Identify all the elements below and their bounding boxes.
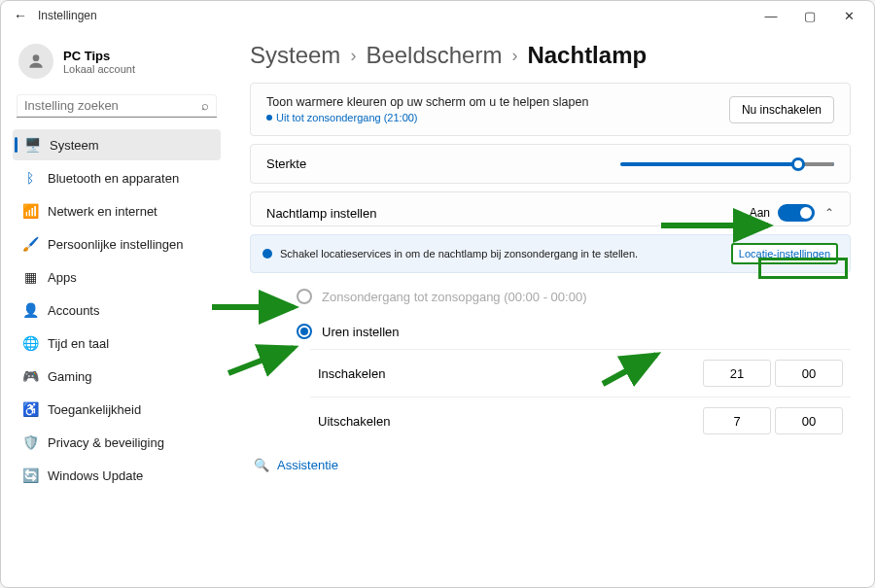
slider-thumb[interactable]: [791, 157, 805, 171]
strength-label: Sterkte: [266, 156, 620, 171]
wifi-icon: 📶: [22, 203, 38, 219]
toggle-state-label: Aan: [750, 206, 770, 220]
bluetooth-icon: ᛒ: [22, 170, 38, 186]
svg-point-0: [33, 54, 40, 61]
sidebar-item-apps[interactable]: ▦Apps: [13, 261, 221, 293]
location-info-banner: Schakel locatieservices in om de nachtla…: [250, 234, 851, 273]
chevron-right-icon: ›: [350, 46, 356, 66]
account-name: PC Tips: [63, 49, 135, 63]
radio-sunset: Zonsondergang tot zonsopgang (00:00 - 00…: [289, 279, 851, 314]
turn-off-hour[interactable]: 7: [703, 407, 771, 434]
radio-icon: [297, 324, 312, 339]
assistance-label: Assistentie: [277, 458, 338, 472]
sidebar-item-label: Toegankelijkheid: [48, 402, 141, 417]
update-icon: 🔄: [22, 467, 38, 483]
search-input[interactable]: [24, 98, 201, 113]
sidebar-item-netwerk[interactable]: 📶Netwerk en internet: [13, 195, 221, 226]
accounts-icon: 👤: [22, 302, 38, 318]
strength-slider[interactable]: [620, 162, 834, 166]
gaming-icon: 🎮: [22, 368, 38, 384]
radio-hours-label: Uren instellen: [322, 325, 400, 339]
description-card: Toon warmere kleuren op uw scherm om u t…: [250, 83, 851, 136]
search-icon: ⌕: [201, 98, 209, 113]
turn-off-minute[interactable]: 00: [775, 407, 843, 434]
system-icon: 🖥️: [24, 137, 40, 153]
sidebar-item-label: Apps: [48, 270, 77, 285]
minimize-button[interactable]: —: [752, 2, 790, 29]
sidebar-item-label: Tijd en taal: [48, 336, 109, 351]
settings-window: ← Instellingen — ▢ ✕ PC Tips Lokaal acco…: [0, 0, 875, 588]
schedule-options: Zonsondergang tot zonsopgang (00:00 - 00…: [250, 279, 851, 444]
radio-set-hours[interactable]: Uren instellen: [289, 314, 851, 349]
sidebar-item-update[interactable]: 🔄Windows Update: [13, 460, 221, 491]
page-title: Nachtlamp: [527, 42, 647, 69]
assistance-link[interactable]: 🔍 Assistentie: [250, 458, 851, 472]
sidebar-item-privacy[interactable]: 🛡️Privacy & beveiliging: [13, 427, 221, 458]
breadcrumb-systeem[interactable]: Systeem: [250, 42, 340, 69]
breadcrumb-beeldscherm[interactable]: Beeldscherm: [366, 42, 502, 69]
chevron-right-icon: ›: [511, 46, 517, 66]
sidebar-item-tijd[interactable]: 🌐Tijd en taal: [13, 328, 221, 359]
sidebar-item-label: Systeem: [50, 138, 99, 153]
description-text: Toon warmere kleuren op uw scherm om u t…: [266, 95, 588, 109]
account-sub: Lokaal account: [63, 63, 135, 75]
account-block[interactable]: PC Tips Lokaal account: [13, 38, 221, 92]
turn-on-row: Inschakelen 21 00: [310, 349, 851, 397]
sidebar-item-label: Gaming: [48, 369, 92, 384]
apps-icon: ▦: [22, 269, 38, 285]
turn-on-now-button[interactable]: Nu inschakelen: [729, 96, 834, 123]
info-text: Schakel locatieservices in om de nachtla…: [280, 248, 638, 259]
time-icon: 🌐: [22, 335, 38, 351]
sidebar-item-label: Bluetooth en apparaten: [48, 171, 179, 186]
sidebar: PC Tips Lokaal account ⌕ 🖥️Systeem ᛒBlue…: [1, 30, 227, 587]
sidebar-item-label: Privacy & beveiliging: [48, 435, 164, 450]
close-button[interactable]: ✕: [829, 2, 868, 29]
sidebar-item-systeem[interactable]: 🖥️Systeem: [13, 129, 221, 160]
schedule-card: Nachtlamp instellen Aan ⌃: [250, 191, 851, 226]
turn-off-label: Uitschakelen: [318, 414, 699, 429]
turn-on-hour[interactable]: 21: [703, 360, 771, 387]
sidebar-item-persoonlijke[interactable]: 🖌️Persoonlijke instellingen: [13, 228, 221, 259]
status-dot-icon: [266, 115, 272, 121]
app-title: Instellingen: [38, 9, 97, 22]
avatar-icon: [18, 44, 53, 79]
schedule-toggle[interactable]: [778, 204, 815, 222]
sidebar-item-accounts[interactable]: 👤Accounts: [13, 294, 221, 326]
turn-on-label: Inschakelen: [318, 366, 699, 381]
breadcrumb: Systeem › Beeldscherm › Nachtlamp: [250, 42, 851, 69]
personalization-icon: 🖌️: [22, 236, 38, 252]
accessibility-icon: ♿: [22, 401, 38, 417]
location-settings-button[interactable]: Locatie-instellingen: [731, 243, 838, 264]
turn-on-minute[interactable]: 00: [775, 360, 843, 387]
chevron-up-icon[interactable]: ⌃: [824, 206, 834, 220]
search-box[interactable]: ⌕: [17, 94, 217, 118]
sidebar-item-gaming[interactable]: 🎮Gaming: [13, 361, 221, 392]
radio-sunset-label: Zonsondergang tot zonsopgang (00:00 - 00…: [322, 290, 586, 304]
sidebar-item-bluetooth[interactable]: ᛒBluetooth en apparaten: [13, 162, 221, 193]
strength-card: Sterkte: [250, 144, 851, 184]
sidebar-item-label: Windows Update: [48, 468, 143, 483]
sidebar-item-label: Persoonlijke instellingen: [48, 237, 183, 252]
radio-icon: [297, 289, 312, 304]
main-content: Systeem › Beeldscherm › Nachtlamp Toon w…: [227, 30, 874, 587]
titlebar: ← Instellingen — ▢ ✕: [1, 1, 874, 30]
maximize-button[interactable]: ▢: [790, 2, 829, 29]
schedule-label: Nachtlamp instellen: [266, 206, 750, 221]
sidebar-item-toegankelijkheid[interactable]: ♿Toegankelijkheid: [13, 394, 221, 425]
info-dot-icon: [262, 249, 272, 259]
help-icon: 🔍: [254, 458, 269, 472]
privacy-icon: 🛡️: [22, 434, 38, 450]
turn-off-row: Uitschakelen 7 00: [310, 397, 851, 444]
back-button[interactable]: ←: [7, 8, 34, 23]
sidebar-item-label: Netwerk en internet: [48, 204, 158, 219]
status-text: Uit tot zonsondergang (21:00): [266, 112, 588, 123]
sidebar-item-label: Accounts: [48, 303, 99, 318]
